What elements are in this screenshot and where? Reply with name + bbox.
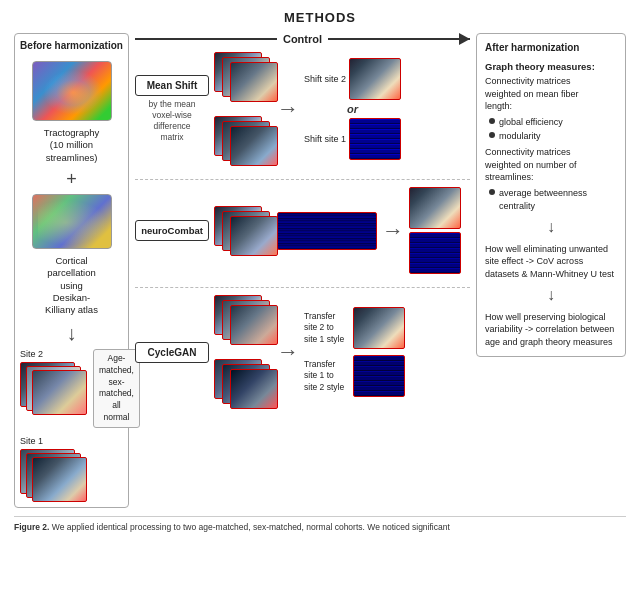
bullet-betweenness: average betweenness centrality: [489, 187, 617, 212]
plus-icon: +: [66, 170, 77, 188]
shift-site1-label: Shift site 1: [304, 134, 346, 144]
mean-shift-row: Mean Shift by the meanvoxel-wisedifferen…: [135, 52, 470, 166]
page: METHODS Before harmonization Tractograph…: [0, 0, 640, 544]
betweenness-label: average betweenness centrality: [499, 187, 617, 212]
tractography-label: Tractography(10 millionstreamlines): [44, 127, 100, 164]
nc-out-1: [409, 187, 461, 229]
control-label: Control: [277, 33, 328, 45]
cyclegan-row: CycleGAN →: [135, 295, 470, 409]
nc-mc-3: [230, 216, 278, 256]
page-title: METHODS: [14, 10, 626, 25]
after-harmonization-title: After harmonization: [485, 41, 617, 55]
divider-1: [135, 179, 470, 180]
cyclegan-out1-label: Transfersite 2 tosite 1 style: [304, 311, 350, 344]
cyclegan-input-top: [214, 295, 272, 345]
shift-site2-label: Shift site 2: [304, 74, 346, 84]
or-label: or: [347, 103, 358, 115]
age-matched-box: Age-matched,sex-matched,allnormal: [93, 349, 140, 428]
mean-shift-label: Mean Shift: [135, 75, 209, 96]
cyclegan-label: CycleGAN: [135, 342, 209, 363]
mean-shift-input-bottom: [214, 116, 272, 166]
middle-panel: Control Mean Shift by the meanvoxel-wise…: [135, 33, 470, 409]
divider-2: [135, 287, 470, 288]
figure-label: Figure 2.: [14, 522, 49, 532]
before-harmonization-label: Before harmonization: [20, 40, 123, 51]
modularity-label: modularity: [499, 130, 541, 143]
neurocombat-output-matrix: [277, 212, 377, 250]
cg-mc-b3: [230, 369, 278, 409]
site2-matrix-stack: [20, 362, 90, 414]
matrix-card-3: [32, 370, 87, 415]
cyclegan-out2-label: Transfersite 1 tosite 2 style: [304, 359, 350, 392]
right-arrow-down-1: ↓: [485, 216, 617, 238]
main-layout: Before harmonization Tractography(10 mil…: [14, 33, 626, 508]
figure-caption-text: We applied identical processing to two a…: [52, 522, 450, 532]
connectivity-streams-title: Connectivity matricesweighted on number …: [485, 146, 617, 184]
right-arrow-down-2: ↓: [485, 284, 617, 306]
preserve-variability-text: How well preserving biological variabili…: [485, 311, 617, 349]
shift-site1-matrix: [349, 118, 401, 160]
neurocombat-label: neuroCombat: [135, 220, 209, 241]
neurocombat-arrow: →: [382, 220, 404, 242]
cyclegan-out2-matrix: [353, 355, 405, 397]
global-efficiency-label: global efficiency: [499, 116, 563, 129]
matrix-card-s1-3: [32, 457, 87, 502]
mean-shift-arrow: →: [277, 98, 299, 120]
mc-b3: [230, 126, 278, 166]
nc-out-2: [409, 232, 461, 274]
bullet-modularity: modularity: [489, 130, 617, 143]
shift-site2-matrix: [349, 58, 401, 100]
neurocombat-input-stack: [214, 206, 272, 256]
right-panel: After harmonization Graph theory measure…: [476, 33, 626, 357]
bullet-dot-icon-3: [489, 189, 495, 195]
neurocombat-row: neuroCombat →: [135, 187, 470, 274]
cyclegan-out1-matrix: [353, 307, 405, 349]
site1-matrix-stack: [20, 449, 90, 501]
mean-shift-input-top: [214, 52, 272, 102]
connectivity-fiber-title: Connectivity matricesweighted on mean fi…: [485, 75, 617, 113]
cyclegan-arrow: →: [277, 341, 299, 363]
cg-mc-3: [230, 305, 278, 345]
left-panel: Before harmonization Tractography(10 mil…: [14, 33, 129, 508]
cyclegan-input-bottom: [214, 359, 272, 409]
cortical-label: CorticalparcellationusingDesikan-Killian…: [45, 255, 98, 317]
bullet-dot-icon-2: [489, 132, 495, 138]
cortical-image: [32, 194, 112, 249]
mc-3: [230, 62, 278, 102]
arrow-down-icon: ↓: [67, 323, 77, 343]
site1-label: Site 1: [20, 436, 43, 447]
eliminate-site-effect-text: How well eliminating unwanted site effec…: [485, 243, 617, 281]
figure-caption: Figure 2. We applied identical processin…: [14, 516, 626, 534]
bullet-global-efficiency: global efficiency: [489, 116, 617, 129]
bullet-dot-icon: [489, 118, 495, 124]
mean-shift-subtext: by the meanvoxel-wisedifferencematrix: [138, 99, 206, 143]
site2-label: Site 2: [20, 349, 43, 360]
graph-theory-title: Graph theory measures:: [485, 60, 617, 73]
tractography-image: [32, 61, 112, 121]
